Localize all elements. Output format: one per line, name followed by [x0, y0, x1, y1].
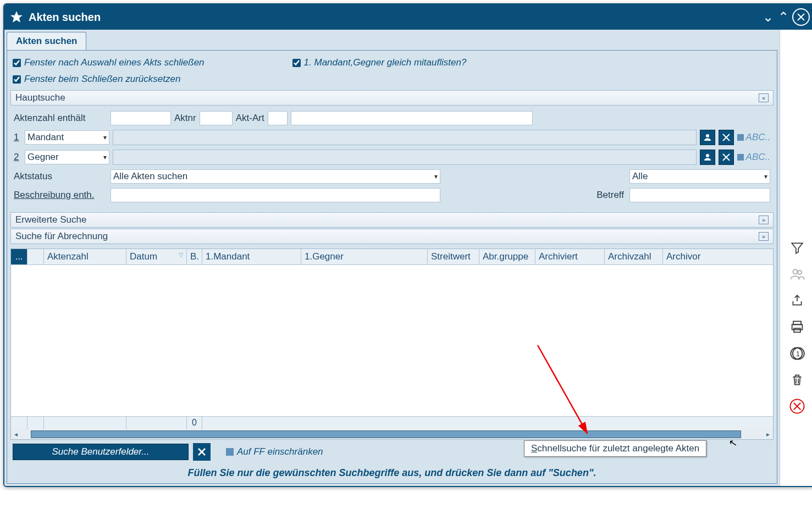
- checkbox-list-parties-input[interactable]: [292, 59, 301, 67]
- col-mandant[interactable]: 1.Mandant: [202, 249, 301, 264]
- clear-userfields-button[interactable]: [193, 443, 211, 461]
- expand-icon[interactable]: »: [759, 215, 769, 224]
- quicksearch-tooltip: Schnellsuche für zuletzt angelegte Akten: [524, 440, 706, 457]
- col-aktenzahl[interactable]: Aktenzahl: [44, 249, 126, 264]
- beschreibung-input[interactable]: [111, 188, 440, 202]
- expand-icon[interactable]: »: [759, 232, 769, 241]
- col-streitwert[interactable]: Streitwert: [428, 249, 479, 264]
- section-erweiterte-header[interactable]: Erweiterte Suche »: [10, 212, 774, 228]
- print-icon[interactable]: [788, 318, 807, 336]
- count-icon[interactable]: 1: [788, 344, 807, 363]
- scroll-left-icon[interactable]: ◂: [11, 430, 21, 438]
- close-window-button[interactable]: [792, 8, 810, 26]
- checkbox-close-after-select[interactable]: Fenster nach Auswahl eines Akts schließe…: [13, 57, 205, 68]
- svg-marker-0: [10, 11, 23, 23]
- grid-footer: 0: [11, 416, 773, 429]
- ff-restrict-label: Auf FF einschränken: [237, 446, 323, 457]
- svg-point-3: [706, 134, 709, 137]
- row-2-number: 2: [14, 152, 21, 163]
- aktart-code-input[interactable]: [268, 111, 288, 125]
- col-datum[interactable]: Datum▽: [126, 249, 187, 264]
- grid-header-row: ... Aktenzahl Datum▽ B. 1.Mandant 1.Gegn…: [11, 249, 773, 265]
- person-lookup-1-button[interactable]: [700, 130, 715, 145]
- checkbox-ff-restrict[interactable]: Auf FF einschränken: [226, 446, 323, 457]
- aktstatus-label: Aktstatus: [14, 171, 107, 182]
- collapse-icon[interactable]: «: [759, 93, 769, 102]
- side-toolbar: 1: [780, 30, 812, 486]
- search-window: Akten suchen ⌄ ⌃ Akten suchen Fenster na…: [3, 3, 812, 487]
- favorite-star-icon[interactable]: [9, 9, 24, 25]
- gegner-input[interactable]: [113, 150, 697, 165]
- svg-point-12: [798, 270, 802, 274]
- col-menu[interactable]: ...: [11, 249, 27, 264]
- export-icon[interactable]: [788, 291, 807, 310]
- section-abrechnung-label: Suche für Abrechnung: [15, 231, 108, 242]
- col-archivort[interactable]: Archivor: [663, 249, 773, 264]
- section-hauptsuche-header[interactable]: Hauptsuche «: [10, 90, 774, 106]
- svg-point-11: [793, 269, 797, 274]
- clear-1-button[interactable]: [719, 130, 734, 145]
- aktnr-label: Aktnr: [174, 113, 196, 124]
- collapse-down-icon[interactable]: ⌄: [761, 9, 775, 25]
- grid-footer-count: 0: [187, 417, 202, 429]
- role-2-value: Gegner: [27, 152, 59, 163]
- aktnr-input[interactable]: [200, 111, 233, 125]
- svg-point-6: [706, 154, 709, 157]
- aktart-text-input[interactable]: [291, 111, 533, 125]
- col-gegner[interactable]: 1.Gegner: [301, 249, 428, 264]
- section-abrechnung-header[interactable]: Suche für Abrechnung »: [10, 229, 774, 244]
- window-title: Akten suchen: [29, 11, 761, 24]
- user-fields-button[interactable]: Suche Benutzerfelder...: [13, 444, 189, 460]
- mandant-input[interactable]: [113, 130, 697, 145]
- results-grid: ... Aktenzahl Datum▽ B. 1.Mandant 1.Gegn…: [10, 248, 774, 440]
- people-icon[interactable]: [788, 265, 807, 284]
- role-2-select[interactable]: Gegner▾: [25, 150, 109, 164]
- checkbox-list-parties[interactable]: 1. Mandant,Gegner gleich mitauflisten?: [292, 57, 467, 68]
- filter-icon[interactable]: [788, 239, 807, 257]
- trash-icon[interactable]: [788, 371, 807, 389]
- betreff-label: Betreff: [585, 190, 624, 201]
- svg-rect-15: [794, 328, 800, 332]
- clear-2-button[interactable]: [719, 150, 734, 165]
- tab-akten-suchen[interactable]: Akten suchen: [7, 32, 86, 50]
- abc-toggle-2[interactable]: ABC..: [737, 152, 770, 163]
- col-b[interactable]: B.: [187, 249, 202, 264]
- aktstatus-select[interactable]: Alle Akten suchen▾: [111, 169, 440, 184]
- scroll-right-icon[interactable]: ▸: [763, 430, 773, 438]
- aktstatus-value: Alle Akten suchen: [113, 171, 187, 182]
- tab-strip: Akten suchen: [4, 30, 780, 50]
- col-archivzahl[interactable]: Archivzahl: [605, 249, 663, 264]
- col-archiviert[interactable]: Archiviert: [535, 249, 605, 264]
- betreff-input[interactable]: [629, 188, 770, 202]
- checkbox-list-parties-label: 1. Mandant,Gegner gleich mitauflisten?: [304, 57, 467, 68]
- alle-select[interactable]: Alle▾: [629, 169, 770, 184]
- svg-text:1: 1: [796, 350, 800, 358]
- aktart-label: Akt-Art: [236, 113, 264, 124]
- grid-h-scrollbar[interactable]: ◂ ▸: [11, 429, 773, 439]
- col-abrgruppe[interactable]: Abr.gruppe: [479, 249, 535, 264]
- scroll-thumb[interactable]: [31, 430, 741, 438]
- section-hauptsuche-label: Hauptsuche: [15, 92, 65, 103]
- checkbox-reset-on-close-label: Fenster beim Schließen zurücksetzen: [24, 74, 180, 85]
- role-1-select[interactable]: Mandant▾: [25, 130, 109, 145]
- row-1-number: 1: [14, 132, 21, 143]
- col-selector[interactable]: [27, 249, 44, 264]
- cancel-icon[interactable]: [788, 397, 807, 416]
- checkbox-reset-on-close[interactable]: Fenster beim Schließen zurücksetzen: [13, 74, 180, 85]
- checkbox-reset-on-close-input[interactable]: [13, 75, 21, 84]
- titlebar: Akten suchen ⌄ ⌃: [4, 4, 812, 30]
- abc-toggle-1[interactable]: ABC..: [737, 132, 770, 143]
- role-1-value: Mandant: [27, 132, 64, 143]
- aktenzahl-label: Aktenzahl enthält: [14, 113, 107, 124]
- alle-value: Alle: [632, 171, 648, 182]
- beschreibung-label: Beschreibung enth.: [14, 190, 107, 201]
- collapse-up-icon[interactable]: ⌃: [777, 9, 790, 25]
- grid-body: [11, 265, 773, 416]
- checkbox-close-after-select-input[interactable]: [13, 59, 21, 67]
- aktenzahl-input[interactable]: [111, 111, 171, 125]
- hint-text: Füllen Sie nur die gewünschten Suchbegri…: [10, 464, 774, 482]
- checkbox-close-after-select-label: Fenster nach Auswahl eines Akts schließe…: [24, 57, 205, 68]
- section-erweiterte-label: Erweiterte Suche: [15, 214, 86, 225]
- person-lookup-2-button[interactable]: [700, 150, 715, 165]
